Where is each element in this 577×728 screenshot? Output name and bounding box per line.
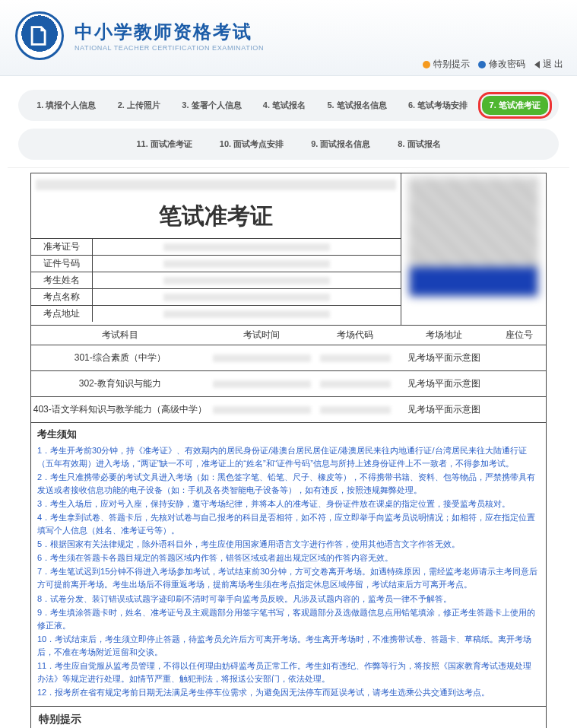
notice-line: 9．考生填涂答题卡时，姓名、准考证号及主观题部分用签字笔书写，客观题部分及选做题… xyxy=(37,606,540,632)
col-seat: 座位号 xyxy=(493,326,546,345)
redacted-text xyxy=(36,180,396,190)
redacted-cell xyxy=(315,376,395,393)
steps-row-1: 1. 填报个人信息 2. 上传照片 3. 签署个人信息 4. 笔试报名 5. 笔… xyxy=(18,90,559,121)
col-subject: 考试科目 xyxy=(31,326,208,345)
redacted-cell xyxy=(493,381,546,387)
subject-name: 403-语文学科知识与教学能力（高级中学） xyxy=(31,400,208,419)
field-value-redacted xyxy=(92,256,401,272)
step-2[interactable]: 2. 上传照片 xyxy=(110,96,168,115)
candidate-notice: 考生须知 1．考生开考前30分钟，持《准考证》、有效期内的居民身份证/港澳台居民… xyxy=(31,423,546,707)
step-3[interactable]: 3. 签署个人信息 xyxy=(174,96,249,115)
exit-icon xyxy=(534,61,540,68)
field-label: 证件号码 xyxy=(31,256,92,272)
special-notice: 特别提示 考生参加考试要严格遵守我省防疫要求，考试当天入场时需上交健康情况声明书… xyxy=(31,707,546,728)
table-row: 考生姓名 xyxy=(31,272,401,289)
step-6[interactable]: 6. 笔试考场安排 xyxy=(401,96,475,115)
subject-name: 302-教育知识与能力 xyxy=(31,374,208,393)
step-7-active[interactable]: 7. 笔试准考证 xyxy=(482,96,548,115)
link-change-password[interactable]: 修改密码 xyxy=(478,58,525,71)
candidate-fields-table: 准考证号 证件号码 考生姓名 考点名称 考点地址 xyxy=(31,238,401,322)
field-label: 准考证号 xyxy=(31,239,92,256)
logo-icon xyxy=(15,11,64,60)
redacted-cell xyxy=(315,402,395,418)
redacted-cell xyxy=(493,355,546,361)
notice-title: 考生须知 xyxy=(37,428,540,441)
content-scroll-pane[interactable]: 笔试准考证 准考证号 证件号码 考生姓名 考点名称 考点地址 考试科目 考试时间… xyxy=(8,167,569,728)
field-value-redacted xyxy=(92,239,401,256)
step-9[interactable]: 9. 面试报名信息 xyxy=(303,135,378,154)
notice-line: 2．考生只准携带必要的考试文具进入考场（如：黑色签字笔、铅笔、尺子、橡皮等），不… xyxy=(37,471,540,497)
link-label: 修改密码 xyxy=(489,58,525,71)
redacted-cell xyxy=(208,376,315,393)
notice-line: 11．考生应自觉服从监考员管理，不得以任何理由妨碍监考员正常工作。考生如有违纪、… xyxy=(37,660,540,685)
ticket-title: 笔试准考证 xyxy=(31,193,401,238)
redacted-cell xyxy=(208,350,315,367)
logo-block: 中小学教师资格考试 NATIONAL TEACHER CERTIFICATION… xyxy=(0,0,577,60)
special-title: 特别提示 xyxy=(39,713,538,726)
col-roomcode: 考场代码 xyxy=(315,326,395,345)
candidate-photo-blurred xyxy=(409,178,538,297)
notice-line: 3．考生入场后，应对号入座，保持安静，遵守考场纪律，并将本人的准考证、身份证件放… xyxy=(37,498,540,510)
step-11[interactable]: 11. 面试准考证 xyxy=(128,135,199,154)
field-value-redacted xyxy=(92,272,401,289)
notice-line: 10．考试结束后，考生须立即停止答题，待监考员允许后方可离开考场。考生离开考场时… xyxy=(37,633,540,659)
step-10[interactable]: 10. 面试考点安排 xyxy=(212,135,291,154)
table-row: 考点地址 xyxy=(31,306,401,323)
field-value-redacted xyxy=(92,306,401,323)
step-4[interactable]: 4. 笔试报名 xyxy=(255,96,313,115)
warning-icon xyxy=(423,61,430,68)
notice-line: 12．报考所在省有规定考前日期无法满足考生停车位需求，为避免因无法停车而延误考试… xyxy=(37,686,540,699)
subject-row: 302-教育知识与能力 见考场平面示意图 xyxy=(31,371,546,397)
link-logout[interactable]: 退 出 xyxy=(534,58,563,71)
subject-row: 301-综合素质（中学） 见考场平面示意图 xyxy=(31,345,546,371)
link-label: 特别提示 xyxy=(433,58,470,71)
step-8[interactable]: 8. 面试报名 xyxy=(390,135,448,154)
steps-nav: 1. 填报个人信息 2. 上传照片 3. 签署个人信息 4. 笔试报名 5. 笔… xyxy=(0,76,577,160)
redacted-cell xyxy=(493,407,546,413)
ticket-info-left: 笔试准考证 准考证号 证件号码 考生姓名 考点名称 考点地址 xyxy=(31,173,401,325)
subject-row: 403-语文学科知识与教学能力（高级中学） 见考场平面示意图 xyxy=(31,397,546,423)
redacted-cell xyxy=(208,402,315,418)
table-row: 考点名称 xyxy=(31,289,401,306)
notice-line: 5．根据国家有关法律规定，除外语科目外，考生应使用国家通用语言文字进行作答，使用… xyxy=(37,538,540,551)
header-links: 特别提示 修改密码 退 出 xyxy=(417,58,563,71)
notice-line: 4．考生拿到试卷、答题卡后，先核对试卷与自己报考的科目是否相符，如不符，应立即举… xyxy=(37,511,540,537)
site-title-en: NATIONAL TEACHER CERTIFICATION EXAMINATI… xyxy=(75,44,264,52)
link-label: 退 出 xyxy=(543,58,563,71)
notice-line: 1．考生开考前30分钟，持《准考证》、有效期内的居民身份证/港澳台居民居住证/港… xyxy=(37,444,540,470)
table-row: 证件号码 xyxy=(31,256,401,272)
avatar-icon xyxy=(478,61,486,68)
notice-line: 8．试卷分发、装订错误或试题字迹印刷不清时可举手向监考员反映。凡涉及试题内容的，… xyxy=(37,593,540,606)
steps-row-2: 11. 面试准考证 10. 面试考点安排 9. 面试报名信息 8. 面试报名 xyxy=(18,129,559,160)
ticket-top-section: 笔试准考证 准考证号 证件号码 考生姓名 考点名称 考点地址 xyxy=(31,173,546,326)
field-label: 考点名称 xyxy=(31,289,92,306)
step-1[interactable]: 1. 填报个人信息 xyxy=(29,96,103,115)
field-value-redacted xyxy=(92,289,401,306)
col-time: 考试时间 xyxy=(208,326,315,345)
field-label: 考生姓名 xyxy=(31,272,92,289)
notice-line: 6．考生须在答题卡各题目规定的答题区域内作答，错答区域或者超出规定区域的作答内容… xyxy=(37,552,540,564)
col-roomaddr: 考场地址 xyxy=(395,326,493,345)
candidate-photo-cell xyxy=(401,173,546,325)
app-header: NTCE 中小学教师资格考试 NATIONAL TEACHER CERTIFIC… xyxy=(0,0,577,76)
redacted-cell xyxy=(315,350,395,367)
subject-name: 301-综合素质（中学） xyxy=(31,348,208,367)
field-label: 考点地址 xyxy=(31,306,92,323)
room-addr: 见考场平面示意图 xyxy=(395,348,493,367)
notice-line: 7．考生笔试迟到15分钟不得进入考场参加考试，考试结束前30分钟，方可交卷离开考… xyxy=(37,565,540,591)
admission-ticket: 笔试准考证 准考证号 证件号码 考生姓名 考点名称 考点地址 考试科目 考试时间… xyxy=(30,173,547,728)
step-5[interactable]: 5. 笔试报名信息 xyxy=(319,96,394,115)
site-title-cn: 中小学教师资格考试 xyxy=(75,20,264,44)
room-addr: 见考场平面示意图 xyxy=(395,374,493,393)
table-row: 准考证号 xyxy=(31,239,401,256)
link-special-tip[interactable]: 特别提示 xyxy=(423,58,470,71)
subject-table-header: 考试科目 考试时间 考场代码 考场地址 座位号 xyxy=(31,326,546,345)
room-addr: 见考场平面示意图 xyxy=(395,400,493,419)
